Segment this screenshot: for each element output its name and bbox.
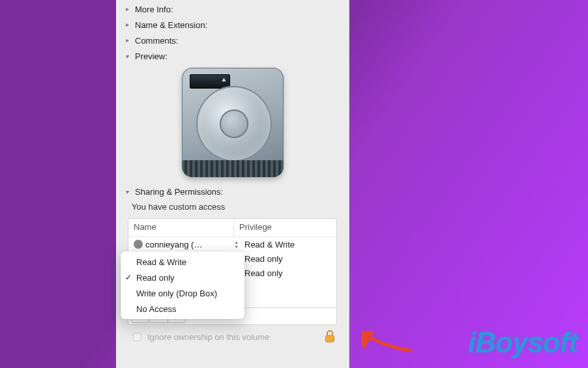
lock-icon[interactable] <box>324 330 336 343</box>
table-row[interactable]: connieyang (… ▴▾ Read & Write <box>128 237 336 251</box>
iboysoft-logo: iBoysoft <box>468 326 578 359</box>
section-comments[interactable]: ▸ Comments: <box>116 33 349 48</box>
chevron-right-icon: ▸ <box>126 5 134 12</box>
column-privilege: Privilege <box>234 219 336 236</box>
chevron-right-icon: ▸ <box>126 36 134 44</box>
menu-item-read-write[interactable]: Read & Write <box>121 254 244 270</box>
stepper-icon[interactable]: ▴▾ <box>235 239 242 249</box>
chevron-down-icon: ▾ <box>126 53 134 60</box>
privilege-cell[interactable]: ▴▾ Read & Write <box>234 237 336 251</box>
privilege-value: Read only <box>244 268 283 278</box>
section-sharing-permissions[interactable]: ▾ Sharing & Permissions: <box>116 184 349 199</box>
annotation-arrow-icon <box>361 331 413 353</box>
ignore-ownership-row: Ignore ownership on this volume <box>116 325 349 343</box>
section-label: More Info: <box>135 5 173 14</box>
section-label: Preview: <box>135 51 168 61</box>
section-preview[interactable]: ▾ Preview: <box>116 48 349 64</box>
section-label: Sharing & Permissions: <box>135 187 223 197</box>
privilege-cell[interactable]: ▴▾ Read only <box>234 251 336 266</box>
column-name: Name <box>128 219 234 236</box>
permissions-table: Name Privilege connieyang (… ▴▾ Read & W… <box>128 218 337 308</box>
privilege-value: Read only <box>244 254 283 264</box>
chevron-right-icon: ▸ <box>126 21 134 28</box>
section-more-info[interactable]: ▸ More Info: <box>116 1 349 17</box>
privilege-cell[interactable]: ▴▾ Read only <box>234 266 336 280</box>
access-status: You have custom access <box>116 199 349 216</box>
menu-item-read-only[interactable]: ✓ Read only <box>121 270 244 285</box>
ignore-ownership-checkbox[interactable] <box>133 333 141 341</box>
privilege-menu: Read & Write ✓ Read only Write only (Dro… <box>121 251 244 319</box>
ignore-ownership-label: Ignore ownership on this volume <box>147 332 269 342</box>
privilege-value: Read & Write <box>244 240 295 249</box>
preview-area <box>116 64 349 184</box>
chevron-down-icon: ▾ <box>126 188 134 195</box>
section-name-extension[interactable]: ▸ Name & Extension: <box>116 17 349 33</box>
checkmark-icon: ✓ <box>125 273 132 282</box>
section-label: Name & Extension: <box>135 20 207 30</box>
svg-rect-0 <box>326 335 334 342</box>
menu-item-write-only[interactable]: Write only (Drop Box) <box>121 285 244 301</box>
get-info-panel: ▸ More Info: ▸ Name & Extension: ▸ Comme… <box>116 0 349 368</box>
table-header: Name Privilege <box>128 219 336 237</box>
user-icon <box>134 240 143 249</box>
disk-icon <box>182 68 284 177</box>
section-label: Comments: <box>135 36 178 46</box>
menu-item-no-access[interactable]: No Access <box>121 301 244 317</box>
user-name: connieyang (… <box>145 240 202 249</box>
